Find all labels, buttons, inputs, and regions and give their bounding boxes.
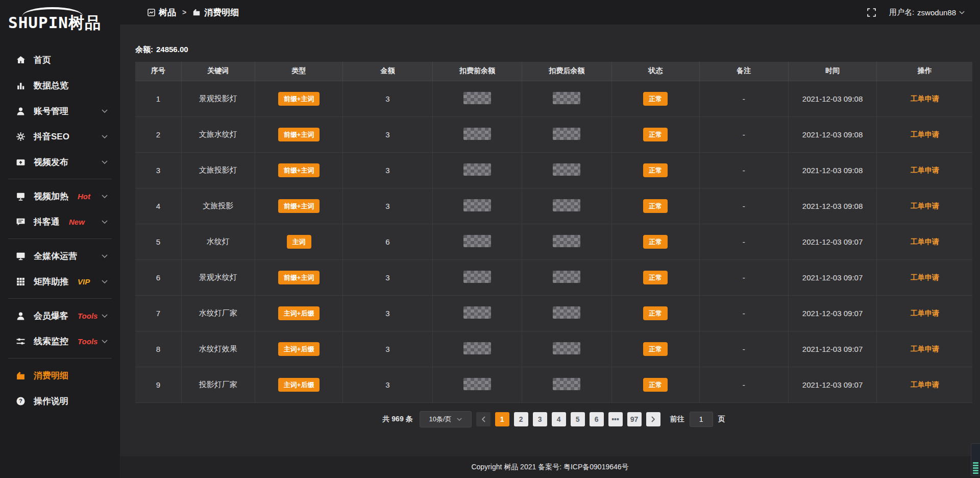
- cell-time: 2021-12-03 09:07: [788, 295, 877, 331]
- next-page-button[interactable]: [646, 412, 660, 426]
- cell-amount: 3: [343, 295, 432, 331]
- type-badge: 前缀+主词: [278, 92, 320, 106]
- sidebar-item-instructions[interactable]: ?操作说明: [0, 388, 120, 414]
- status-badge: 正常: [643, 235, 668, 249]
- sidebar-item-label: 视频发布: [34, 156, 68, 168]
- status-badge: 正常: [643, 306, 668, 320]
- chevron-down-icon: [102, 160, 108, 164]
- work-order-link[interactable]: 工单申请: [911, 345, 939, 353]
- sidebar-item-matrix-boost[interactable]: 矩阵助推VIP: [0, 269, 120, 294]
- work-order-link[interactable]: 工单申请: [911, 94, 939, 103]
- work-order-link[interactable]: 工单申请: [911, 309, 939, 317]
- page-button-1[interactable]: 1: [495, 412, 509, 426]
- page-button-5[interactable]: 5: [571, 412, 585, 426]
- fullscreen-icon[interactable]: [867, 8, 876, 17]
- status-badge: 正常: [643, 163, 668, 177]
- cell-remark: -: [699, 152, 788, 188]
- main-column: 树品 > 消费明细 用户名: zswodun88: [120, 0, 980, 478]
- status-badge: 正常: [643, 342, 668, 356]
- sidebar-item-video-heat[interactable]: 视频加热Hot: [0, 183, 120, 209]
- page-button-97[interactable]: 97: [627, 412, 642, 426]
- breadcrumb-app[interactable]: 树品: [148, 7, 176, 18]
- sidebar-item-home[interactable]: 首页: [0, 47, 120, 73]
- sidebar-divider: [8, 358, 112, 358]
- page-button-6[interactable]: 6: [590, 412, 604, 426]
- work-order-link[interactable]: 工单申请: [911, 380, 939, 389]
- column-header: 序号: [135, 62, 181, 81]
- sidebar-menu: 首页数据总览账号管理抖音SEO视频发布视频加热Hot抖客通New全媒体运营矩阵助…: [0, 47, 120, 414]
- page-button-4[interactable]: 4: [552, 412, 566, 426]
- cell-keyword: 景观水纹灯: [181, 259, 255, 295]
- home-icon: [15, 55, 26, 65]
- sidebar-item-media-operation[interactable]: 全媒体运营: [0, 243, 120, 269]
- page-button-2[interactable]: 2: [514, 412, 528, 426]
- sidebar-item-doukehtong[interactable]: 抖客通New: [0, 209, 120, 234]
- sidebar-item-consumption-detail[interactable]: 消费明细: [0, 363, 120, 388]
- balance-value: 24856.00: [156, 45, 188, 54]
- status-badge: 正常: [643, 378, 668, 392]
- sidebar-item-data-overview[interactable]: 数据总览: [0, 73, 120, 98]
- prev-page-button[interactable]: [476, 412, 491, 426]
- sidebar-item-label: 全媒体运营: [34, 250, 77, 262]
- type-badge: 主词: [287, 235, 311, 249]
- goto-label: 前往: [670, 415, 684, 424]
- user-dropdown[interactable]: 用户名: zswodun88: [889, 8, 965, 17]
- blurred-balance-after: [553, 306, 580, 319]
- sidebar-item-lead-monitor[interactable]: 线索监控Tools: [0, 328, 120, 354]
- cell-amount: 3: [343, 116, 432, 152]
- cell-time: 2021-12-03 09:08: [788, 81, 877, 116]
- breadcrumb-page[interactable]: 消费明细: [192, 7, 239, 18]
- table-row: 9投影灯厂家主词+后缀3正常-2021-12-03 09:07工单申请: [135, 367, 972, 402]
- cell-keyword: 投影灯厂家: [181, 367, 255, 402]
- sidebar-item-label: 消费明细: [34, 370, 68, 381]
- cell-keyword: 景观投影灯: [181, 81, 255, 116]
- column-header: 状态: [611, 62, 699, 81]
- sidebar-divider: [8, 238, 112, 239]
- floating-widget[interactable]: [971, 443, 980, 476]
- goto-page-input[interactable]: [690, 412, 713, 427]
- work-order-link[interactable]: 工单申请: [911, 202, 939, 210]
- page-ellipsis-button[interactable]: •••: [608, 412, 623, 426]
- cell-time: 2021-12-03 09:07: [788, 331, 877, 367]
- cell-time: 2021-12-03 09:07: [788, 224, 877, 259]
- table-row: 4文旅投影前缀+主词3正常-2021-12-03 09:08工单申请: [135, 188, 972, 224]
- cell-amount: 3: [343, 81, 432, 116]
- chevron-down-icon: [457, 418, 462, 421]
- sidebar-item-label: 线索监控: [34, 336, 68, 347]
- type-badge: 前缀+主词: [278, 163, 320, 177]
- work-order-link[interactable]: 工单申请: [911, 273, 939, 281]
- page-size-select[interactable]: 10条/页: [420, 411, 472, 427]
- topbar: 树品 > 消费明细 用户名: zswodun88: [120, 0, 980, 25]
- sidebar-item-label: 抖音SEO: [34, 131, 69, 142]
- cell-keyword: 水纹灯厂家: [181, 295, 255, 331]
- blurred-balance-after: [553, 92, 580, 104]
- blurred-balance-before: [463, 199, 491, 211]
- sidebar-item-douyin-seo[interactable]: 抖音SEO: [0, 124, 120, 149]
- chart-icon: [15, 80, 26, 90]
- sidebar-item-account-manage[interactable]: 账号管理: [0, 98, 120, 124]
- column-header: 关键词: [181, 62, 255, 81]
- cell-no: 6: [135, 259, 181, 295]
- table-row: 5水纹灯主词6正常-2021-12-03 09:07工单申请: [135, 224, 972, 259]
- cell-amount: 6: [343, 224, 432, 259]
- cell-amount: 3: [343, 188, 432, 224]
- chevron-down-icon: [102, 135, 108, 138]
- page-button-3[interactable]: 3: [533, 412, 547, 426]
- sidebar-item-tag: Tools: [78, 312, 97, 320]
- type-badge: 主词+后缀: [278, 306, 320, 320]
- cell-keyword: 文旅水纹灯: [181, 116, 255, 152]
- cell-remark: -: [699, 367, 788, 402]
- sidebar-item-member-burst[interactable]: 会员爆客Tools: [0, 303, 120, 328]
- sidebar-item-video-publish[interactable]: 视频发布: [0, 149, 120, 175]
- work-order-link[interactable]: 工单申请: [911, 237, 939, 246]
- sidebar-divider: [8, 179, 112, 179]
- column-header: 操作: [877, 62, 972, 81]
- work-order-link[interactable]: 工单申请: [911, 130, 939, 138]
- sidebar-item-label: 抖客通: [34, 216, 60, 228]
- sidebar-item-label: 视频加热: [34, 190, 68, 202]
- chevron-down-icon: [102, 195, 108, 198]
- cell-no: 1: [135, 81, 181, 116]
- column-header: 扣费前余额: [432, 62, 522, 81]
- work-order-link[interactable]: 工单申请: [911, 166, 939, 174]
- goto-suffix: 页: [718, 415, 725, 424]
